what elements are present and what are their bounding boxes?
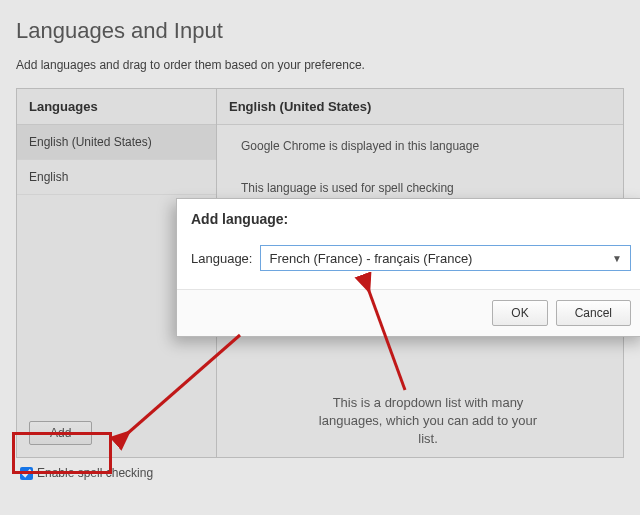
languages-header: Languages (17, 89, 216, 125)
display-language-info: Google Chrome is displayed in this langu… (233, 125, 607, 167)
language-field-label: Language: (191, 251, 252, 266)
add-language-button[interactable]: Add (29, 421, 92, 445)
language-dropdown[interactable]: French (France) - français (France) ▼ (260, 245, 631, 271)
selected-language-header: English (United States) (217, 89, 623, 125)
add-language-dialog: Add language: Language: French (France) … (176, 198, 640, 337)
language-item[interactable]: English (17, 160, 216, 195)
language-item[interactable]: English (United States) (17, 125, 216, 160)
enable-spellcheck-row: Enable spell checking (16, 458, 624, 480)
ok-button[interactable]: OK (492, 300, 547, 326)
language-dropdown-value: French (France) - français (France) (269, 251, 472, 266)
page-description: Add languages and drag to order them bas… (16, 58, 624, 72)
chevron-down-icon: ▼ (612, 253, 622, 264)
enable-spellcheck-label: Enable spell checking (37, 466, 153, 480)
page-title: Languages and Input (16, 18, 624, 44)
dialog-title: Add language: (177, 199, 640, 237)
enable-spellcheck-checkbox[interactable] (20, 467, 33, 480)
cancel-button[interactable]: Cancel (556, 300, 631, 326)
